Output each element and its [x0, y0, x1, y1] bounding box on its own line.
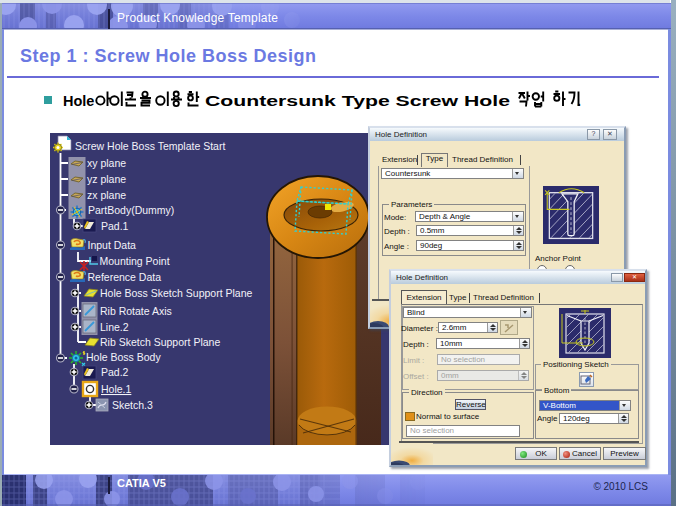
svg-text:Reference Data: Reference Data	[88, 271, 162, 283]
svg-text:Countersunk Type Screw Hole: Countersunk Type Screw Hole	[205, 93, 510, 109]
svg-text:Hole Boss Body: Hole Boss Body	[86, 351, 161, 363]
svg-text:PartBody(Dummy): PartBody(Dummy)	[88, 204, 174, 216]
svg-text:yz plane: yz plane	[87, 173, 126, 185]
svg-text:Hole.1: Hole.1	[101, 383, 132, 395]
svg-text:xy plane: xy plane	[87, 157, 126, 169]
svg-text:Pad.2: Pad.2	[101, 366, 129, 378]
svg-text:Pad.1: Pad.1	[101, 220, 129, 232]
svg-text:Hole: Hole	[63, 93, 94, 109]
svg-text:Rib Sketch Support Plane: Rib Sketch Support Plane	[100, 336, 220, 348]
svg-text:Rib Rotate Axis: Rib Rotate Axis	[100, 305, 172, 317]
svg-text:Sketch.3: Sketch.3	[112, 399, 153, 411]
svg-text:Input Data: Input Data	[88, 239, 137, 251]
svg-text:Line.2: Line.2	[100, 321, 129, 333]
svg-text:Mounting Point: Mounting Point	[100, 255, 170, 267]
svg-text:Hole Boss Sketch Support Plane: Hole Boss Sketch Support Plane	[100, 287, 252, 299]
svg-text:zx plane: zx plane	[87, 189, 126, 201]
svg-text:Screw Hole Boss Template Start: Screw Hole Boss Template Start	[75, 140, 225, 152]
